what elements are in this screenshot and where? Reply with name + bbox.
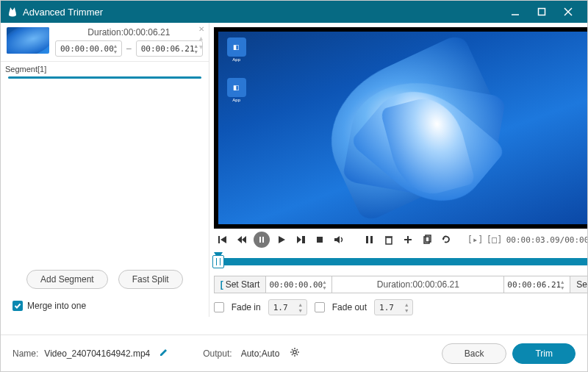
range-start-handle[interactable] (212, 255, 224, 268)
mark-in-icon[interactable] (362, 232, 377, 247)
bottom-bar: Name: Video_240704164942.mp4 Output: Aut… (1, 335, 587, 371)
app-logo-icon (7, 6, 18, 18)
maximize-button[interactable] (528, 2, 555, 21)
trim-button[interactable]: Trim (512, 343, 576, 364)
svg-rect-8 (259, 237, 261, 243)
segments-panel: Duration:00:00:06.21 00:00:00.00 ▲▼ – 00… (1, 23, 209, 317)
svg-rect-1 (539, 9, 545, 15)
fade-out-label: Fade out (332, 302, 367, 312)
segment-start-input[interactable]: 00:00:00.00 ▲▼ (55, 40, 122, 57)
video-preview[interactable]: ◧App ◧App ★App ▲App SApp ◎App ✕App SApp (214, 27, 588, 229)
segment-move-up-icon[interactable]: ▴ (199, 35, 203, 42)
svg-rect-4 (218, 236, 220, 243)
title-bar: Advanced Trimmer (1, 1, 587, 23)
stop-icon[interactable] (312, 232, 327, 247)
svg-rect-16 (370, 236, 373, 243)
fade-row: Fade in 1.7▲▼ Fade out 1.7▲▼ (214, 299, 588, 315)
segment-label: Segment[1] (1, 62, 209, 76)
bracket-stop-icon[interactable]: [□] (487, 232, 502, 247)
spin-buttons[interactable]: ▲▼ (111, 43, 120, 54)
segment-card[interactable]: Duration:00:00:06.21 00:00:00.00 ▲▼ – 00… (1, 23, 209, 62)
range-end-input[interactable]: 00:00:06.21▲▼ (503, 276, 570, 293)
pause-icon[interactable] (254, 232, 270, 248)
rewind-icon[interactable] (234, 232, 249, 247)
svg-marker-7 (242, 236, 246, 243)
desktop-icon: ◧ (227, 78, 246, 97)
name-value: Video_240704164942.mp4 (44, 348, 150, 359)
fade-in-label: Fade in (232, 302, 261, 312)
set-start-button[interactable]: [Set Start (214, 276, 267, 293)
add-icon[interactable] (401, 232, 415, 247)
player-controls: [▸] [□] 00:00:03.09/00:00:06.21 (214, 229, 588, 251)
desktop-icon: ◧ (227, 37, 246, 57)
play-icon[interactable] (274, 232, 289, 247)
segment-duration-label: Duration:00:00:06.21 (55, 27, 203, 37)
segment-end-input[interactable]: 00:00:06.21 ▲▼ (136, 40, 203, 57)
svg-marker-11 (297, 236, 301, 243)
minimize-button[interactable] (502, 2, 528, 21)
fade-in-checkbox[interactable] (214, 302, 224, 312)
copy-icon[interactable] (420, 232, 434, 247)
close-button[interactable] (555, 2, 581, 21)
time-display: 00:00:03.09/00:00:06.21 (506, 235, 588, 245)
output-label: Output: (203, 348, 232, 359)
fade-in-input[interactable]: 1.7▲▼ (268, 299, 307, 315)
preview-panel: ◧App ◧App ★App ▲App SApp ◎App ✕App SApp (209, 23, 588, 317)
svg-marker-5 (220, 236, 226, 243)
add-segment-button[interactable]: Add Segment (26, 270, 108, 289)
segment-move-down-icon[interactable]: ▾ (199, 43, 203, 51)
reset-icon[interactable] (439, 232, 453, 247)
timeline-slider[interactable] (214, 252, 588, 270)
fast-split-button[interactable]: Fast Split (118, 270, 183, 289)
edit-name-icon[interactable] (159, 347, 169, 360)
back-button[interactable]: Back (442, 343, 507, 364)
merge-checkbox[interactable] (12, 301, 23, 311)
delete-icon[interactable] (381, 232, 396, 247)
svg-marker-6 (237, 236, 242, 243)
svg-rect-13 (317, 237, 323, 243)
bracket-play-icon[interactable]: [▸] (468, 232, 483, 247)
output-settings-icon[interactable] (290, 347, 300, 360)
fade-out-input[interactable]: 1.7▲▼ (374, 299, 413, 315)
svg-rect-12 (302, 236, 305, 243)
fade-out-checkbox[interactable] (315, 302, 325, 312)
range-duration-label: Duration:00:00:06.21 (332, 276, 503, 293)
segment-thumbnail (7, 27, 49, 54)
range-start-input[interactable]: 00:00:00.00▲▼ (266, 276, 332, 293)
svg-rect-17 (386, 237, 392, 244)
svg-marker-14 (334, 236, 340, 243)
svg-marker-10 (279, 236, 285, 243)
merge-label: Merge into one (27, 301, 86, 311)
range-separator: – (126, 43, 132, 54)
segment-remove-icon[interactable]: ✕ (198, 26, 204, 33)
svg-point-24 (293, 351, 296, 354)
next-frame-icon[interactable] (293, 232, 308, 247)
svg-rect-15 (366, 236, 368, 243)
window-title: Advanced Trimmer (23, 7, 502, 18)
range-controls: [Set Start 00:00:00.00▲▼ Duration:00:00:… (214, 276, 588, 293)
set-end-button[interactable]: Set End] (570, 276, 588, 293)
name-label: Name: (12, 348, 38, 359)
prev-segment-icon[interactable] (215, 232, 230, 247)
volume-icon[interactable] (331, 232, 346, 247)
output-value: Auto;Auto (241, 348, 280, 359)
svg-rect-9 (262, 237, 264, 243)
